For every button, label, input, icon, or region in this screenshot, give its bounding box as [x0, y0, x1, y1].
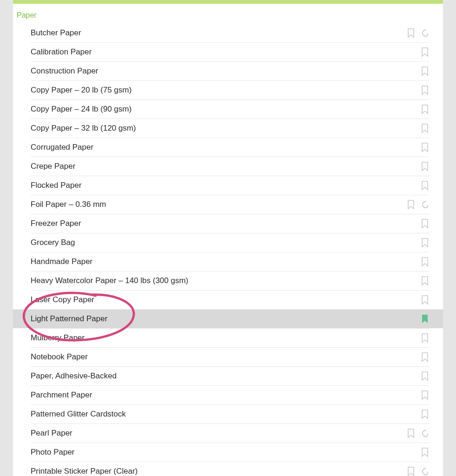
row-icons	[421, 47, 429, 57]
svg-point-0	[425, 29, 426, 31]
material-label: Parchment Paper	[31, 390, 92, 400]
bookmark-icon[interactable]	[421, 295, 429, 305]
bookmark-icon[interactable]	[421, 66, 429, 76]
bookmark-icon[interactable]	[421, 447, 429, 457]
bookmark-icon[interactable]	[421, 276, 429, 286]
material-label: Printable Sticker Paper (Clear)	[31, 467, 138, 476]
material-label: Light Patterned Paper	[31, 314, 107, 324]
material-label: Notebook Paper	[31, 352, 88, 362]
row-icons	[421, 390, 429, 400]
bookmark-icon[interactable]	[407, 28, 415, 38]
row-icons	[421, 66, 429, 76]
row-icons	[421, 276, 429, 286]
row-icons	[421, 180, 429, 191]
bookmark-icon[interactable]	[407, 466, 415, 476]
row-icons	[421, 352, 429, 362]
material-label: Copy Paper – 20 lb (75 gsm)	[31, 86, 131, 95]
material-row[interactable]: Mulberry Paper	[31, 328, 429, 347]
bookmark-icon[interactable]	[407, 199, 415, 210]
material-label: Mulberry Paper	[31, 333, 85, 343]
row-icons	[407, 428, 429, 438]
material-row[interactable]: Freezer Paper	[31, 214, 429, 233]
material-row[interactable]: Copy Paper – 32 lb (120 gsm)	[31, 119, 429, 138]
material-label: Butcher Paper	[31, 28, 81, 38]
row-icons	[421, 257, 429, 267]
material-label: Handmade Paper	[31, 257, 92, 266]
material-label: Heavy Watercolor Paper – 140 lbs (300 gs…	[31, 276, 189, 285]
row-icons	[407, 466, 429, 476]
material-row[interactable]: Crepe Paper	[31, 157, 429, 176]
row-icons	[421, 161, 429, 172]
material-row[interactable]: Pearl Paper	[31, 423, 429, 443]
material-row[interactable]: Foil Paper – 0.36 mm	[31, 195, 429, 214]
material-label: Patterned Glitter Cardstock	[31, 410, 126, 419]
bookmark-icon[interactable]	[421, 180, 429, 191]
bookmark-icon[interactable]	[421, 333, 429, 343]
material-row[interactable]: Notebook Paper	[31, 347, 429, 366]
row-icons	[407, 199, 429, 210]
bookmark-icon[interactable]	[421, 104, 429, 114]
materials-panel: Paper Butcher PaperCalibration PaperCons…	[13, 0, 443, 476]
material-row[interactable]: Photo Paper	[31, 443, 429, 462]
row-icons	[421, 142, 429, 152]
svg-point-3	[425, 468, 426, 469]
material-row[interactable]: Construction Paper	[31, 61, 429, 80]
material-row[interactable]: Paper, Adhesive-Backed	[31, 366, 429, 385]
bookmark-icon[interactable]	[421, 218, 429, 229]
bookmark-icon[interactable]	[421, 238, 429, 248]
material-row[interactable]: Patterned Glitter Cardstock	[31, 404, 429, 423]
row-icons	[421, 218, 429, 229]
materials-list: Butcher PaperCalibration PaperConstructi…	[13, 23, 443, 476]
brand-logo-icon	[421, 200, 429, 209]
material-label: Crepe Paper	[31, 162, 75, 171]
bookmark-icon[interactable]	[421, 142, 429, 152]
brand-logo-icon	[421, 429, 429, 437]
material-label: Construction Paper	[31, 66, 98, 76]
material-label: Corrugated Paper	[31, 143, 93, 152]
bookmark-icon[interactable]	[421, 123, 429, 133]
bookmark-icon[interactable]	[421, 352, 429, 362]
material-row[interactable]: Printable Sticker Paper (Clear)	[31, 462, 429, 476]
material-row[interactable]: Handmade Paper	[31, 252, 429, 271]
material-label: Laser Copy Paper	[31, 295, 94, 304]
material-row[interactable]: Light Patterned Paper	[13, 309, 443, 328]
material-row[interactable]: Grocery Bag	[31, 233, 429, 252]
material-row[interactable]: Heavy Watercolor Paper – 140 lbs (300 gs…	[31, 271, 429, 290]
row-icons	[421, 447, 429, 457]
bookmark-icon[interactable]	[421, 409, 429, 419]
bookmark-icon[interactable]	[421, 390, 429, 400]
brand-logo-icon	[421, 29, 429, 37]
material-label: Paper, Adhesive-Backed	[31, 371, 117, 381]
header-bar	[13, 0, 443, 4]
material-row[interactable]: Flocked Paper	[31, 176, 429, 195]
material-label: Copy Paper – 32 lb (120 gsm)	[31, 124, 136, 133]
row-icons	[421, 371, 429, 381]
bookmark-icon[interactable]	[407, 428, 415, 438]
bookmark-icon[interactable]	[421, 257, 429, 267]
material-label: Photo Paper	[31, 448, 75, 457]
bookmark-icon[interactable]	[421, 314, 429, 324]
bookmark-icon[interactable]	[421, 371, 429, 381]
material-label: Foil Paper – 0.36 mm	[31, 200, 106, 209]
row-icons	[421, 238, 429, 248]
bookmark-icon[interactable]	[421, 161, 429, 172]
material-row[interactable]: Corrugated Paper	[31, 138, 429, 157]
material-label: Freezer Paper	[31, 219, 81, 228]
material-row[interactable]: Calibration Paper	[31, 42, 429, 61]
material-row[interactable]: Butcher Paper	[31, 23, 429, 42]
material-label: Calibration Paper	[31, 47, 91, 57]
row-icons	[421, 333, 429, 343]
material-row[interactable]: Parchment Paper	[31, 385, 429, 404]
material-row[interactable]: Copy Paper – 24 lb (90 gsm)	[31, 99, 429, 119]
svg-point-2	[425, 430, 426, 431]
bookmark-icon[interactable]	[421, 85, 429, 95]
row-icons	[407, 28, 429, 38]
material-row[interactable]: Laser Copy Paper	[31, 290, 429, 309]
material-label: Copy Paper – 24 lb (90 gsm)	[31, 105, 131, 114]
category-label[interactable]: Paper	[13, 4, 443, 23]
row-icons	[421, 314, 429, 324]
bookmark-icon[interactable]	[421, 47, 429, 57]
row-icons	[421, 409, 429, 419]
material-label: Grocery Bag	[31, 238, 75, 247]
material-row[interactable]: Copy Paper – 20 lb (75 gsm)	[31, 80, 429, 99]
